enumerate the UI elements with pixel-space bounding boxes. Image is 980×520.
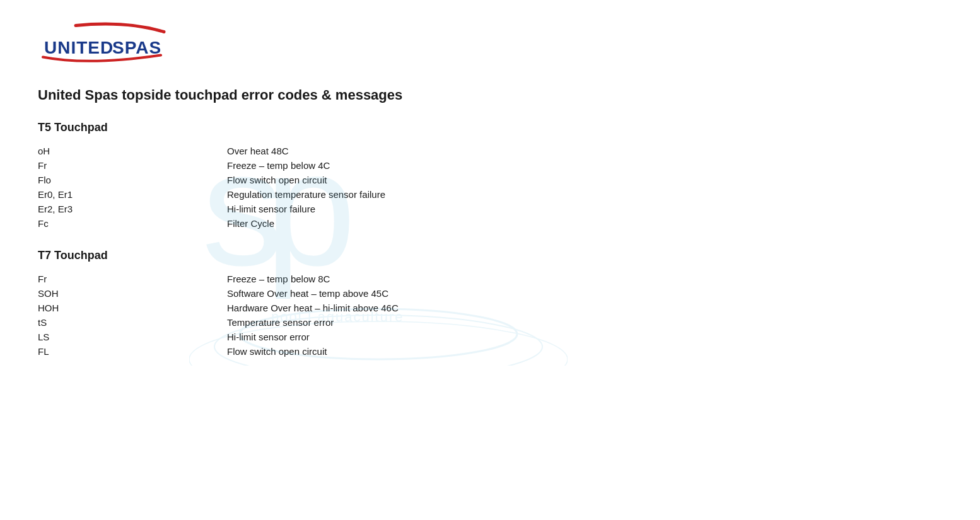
error-description-t5-2: Flow switch open circuit [227,175,942,185]
united-spas-logo: UNITED SPAS [38,19,177,69]
error-description-t5-5: Filter Cycle [227,218,942,229]
error-description-t7-0: Freeze – temp below 8C [227,274,942,284]
error-code-t7-5: FL [38,346,227,357]
error-code-t7-3: tS [38,317,227,328]
error-code-t7-1: SOH [38,288,227,299]
error-code-t5-1: Fr [38,160,227,171]
error-code-t5-2: Flo [38,175,227,185]
error-code-t5-4: Er2, Er3 [38,204,227,214]
section-title-t5: T5 Touchpad [38,121,942,134]
svg-text:UNITED: UNITED [44,38,114,57]
error-table-t7: FrFreeze – temp below 8CSOHSoftware Over… [38,274,942,357]
error-description-t7-3: Temperature sensor error [227,317,942,328]
section-t5: T5 TouchpadoHOver heat 48CFrFreeze – tem… [38,121,942,229]
error-description-t5-1: Freeze – temp below 4C [227,160,942,171]
error-description-t7-1: Software Over heat – temp above 45C [227,288,942,299]
logo-container: UNITED SPAS [38,19,942,71]
error-code-t7-2: HOH [38,303,227,313]
svg-text:SPAS: SPAS [112,38,161,57]
error-code-t7-0: Fr [38,274,227,284]
error-table-t5: oHOver heat 48CFrFreeze – temp below 4CF… [38,146,942,229]
error-description-t7-4: Hi-limit sensor error [227,332,942,342]
page-title: United Spas topside touchpad error codes… [38,87,942,103]
error-description-t7-2: Hardware Over heat – hi-limit above 46C [227,303,942,313]
sections-container: T5 TouchpadoHOver heat 48CFrFreeze – tem… [38,121,942,357]
error-description-t5-4: Hi-limit sensor failure [227,204,942,214]
error-code-t7-4: LS [38,332,227,342]
section-title-t7: T7 Touchpad [38,249,942,262]
error-description-t7-5: Flow switch open circuit [227,346,942,357]
error-code-t5-0: oH [38,146,227,156]
error-code-t5-3: Er0, Er1 [38,189,227,200]
error-description-t5-3: Regulation temperature sensor failure [227,189,942,200]
section-t7: T7 TouchpadFrFreeze – temp below 8CSOHSo… [38,249,942,357]
error-code-t5-5: Fc [38,218,227,229]
error-description-t5-0: Over heat 48C [227,146,942,156]
